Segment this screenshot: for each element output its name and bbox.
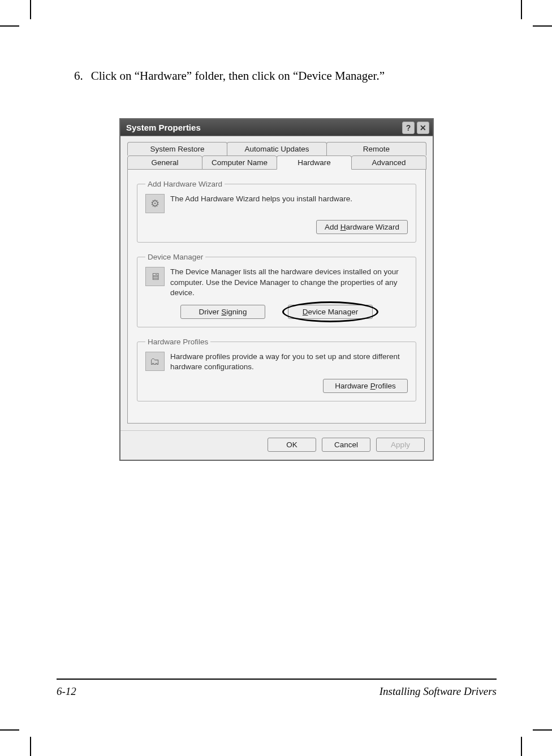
crop-mark (521, 737, 522, 756)
section-title: Installing Software Drivers (380, 685, 497, 698)
crop-mark (30, 737, 31, 756)
group-legend: Hardware Profiles (145, 338, 210, 346)
group-add-hardware: Add Hardware Wizard ⚙ The Add Hardware W… (137, 180, 416, 243)
group-legend: Add Hardware Wizard (145, 180, 225, 188)
group-text: The Device Manager lists all the hardwar… (170, 267, 408, 298)
system-properties-dialog: System Properties ? ✕ System Restore Aut… (119, 118, 434, 461)
titlebar: System Properties ? ✕ (120, 119, 433, 136)
page-number: 6-12 (57, 685, 76, 698)
tab-strip: System Restore Automatic Updates Remote … (127, 142, 426, 170)
group-hardware-profiles: Hardware Profiles 🗂 Hardware profiles pr… (137, 338, 416, 401)
crop-mark (521, 0, 522, 19)
apply-button[interactable]: Apply (376, 438, 425, 452)
hardware-profiles-button[interactable]: Hardware Profiles (323, 379, 408, 393)
group-text: The Add Hardware Wizard helps you instal… (170, 194, 408, 204)
page-footer: 6-12 Installing Software Drivers (57, 685, 497, 698)
device-manager-highlight: Device Manager (288, 305, 373, 319)
group-text: Hardware profiles provide a way for you … (170, 352, 408, 372)
tab-system-restore[interactable]: System Restore (127, 142, 227, 155)
tab-content-hardware: Add Hardware Wizard ⚙ The Add Hardware W… (127, 170, 426, 424)
instruction-step: 6.Click on “Hardware” folder, then click… (89, 68, 497, 84)
tab-automatic-updates[interactable]: Automatic Updates (227, 142, 327, 155)
tab-hardware[interactable]: Hardware (277, 155, 352, 170)
help-icon[interactable]: ? (402, 122, 415, 134)
add-hardware-wizard-button[interactable]: Add Hardware Wizard (316, 220, 408, 234)
crop-mark (30, 0, 31, 19)
dialog-button-bar: OK Cancel Apply (120, 430, 433, 460)
footer-rule (57, 679, 497, 680)
crop-mark (0, 25, 19, 27)
crop-mark (0, 729, 19, 731)
group-legend: Device Manager (145, 253, 205, 261)
tab-remote[interactable]: Remote (326, 142, 426, 155)
dialog-title: System Properties (126, 123, 201, 132)
group-device-manager: Device Manager 🖥 The Device Manager list… (137, 253, 416, 327)
hardware-profiles-icon: 🗂 (145, 352, 165, 371)
hardware-wizard-icon: ⚙ (145, 194, 165, 213)
device-manager-button[interactable]: Device Manager (288, 305, 373, 319)
close-icon[interactable]: ✕ (417, 122, 429, 134)
step-text: Click on “Hardware” folder, then click o… (91, 69, 385, 83)
driver-signing-button[interactable]: Driver Signing (180, 305, 265, 319)
ok-button[interactable]: OK (268, 438, 316, 452)
device-manager-icon: 🖥 (145, 267, 165, 286)
crop-mark (533, 25, 552, 27)
tab-advanced[interactable]: Advanced (351, 155, 426, 170)
tab-computer-name[interactable]: Computer Name (202, 155, 277, 170)
crop-mark (533, 729, 552, 731)
tab-general[interactable]: General (127, 155, 202, 170)
cancel-button[interactable]: Cancel (322, 438, 370, 452)
step-number: 6. (74, 69, 91, 83)
